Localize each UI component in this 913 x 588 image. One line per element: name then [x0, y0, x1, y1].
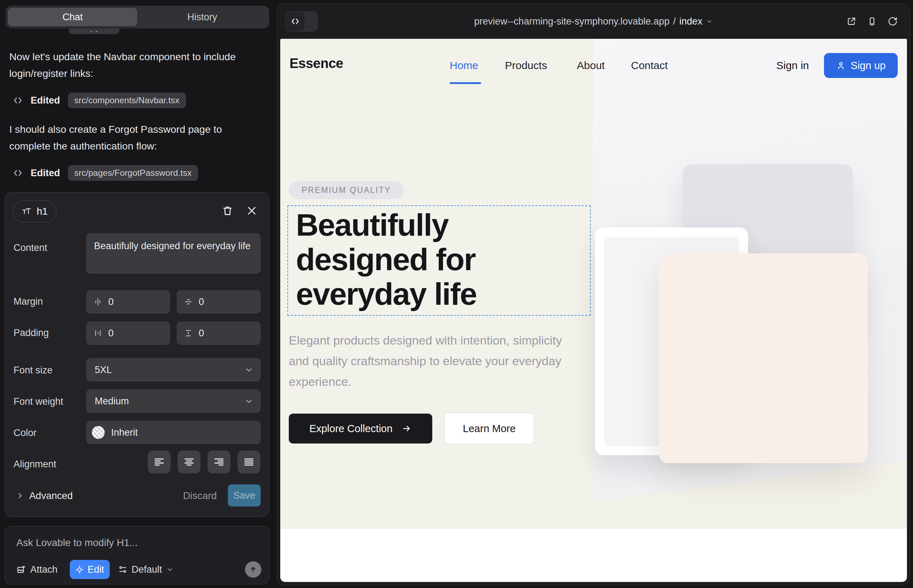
edit-mode-button[interactable]: Edit [70, 560, 110, 579]
attach-button[interactable]: Attach [16, 564, 58, 575]
edited-file-chip[interactable]: src/components/Navbar.tsx [68, 92, 186, 108]
discard-button[interactable]: Discard [183, 490, 217, 501]
save-button[interactable]: Save [228, 485, 261, 507]
content-label: Content [13, 242, 47, 254]
font-weight-value: Medium [95, 396, 129, 407]
font-size-label: Font size [13, 365, 53, 376]
send-button[interactable] [245, 561, 261, 578]
chat-message: I should also create a Forgot Password p… [9, 121, 255, 155]
sign-in-link[interactable]: Sign in [776, 60, 809, 71]
element-tag-chip[interactable]: h1 [13, 200, 57, 223]
content-input[interactable]: Beautifully designed for everyday life [86, 233, 261, 274]
margin-x-input[interactable]: 0 [86, 290, 170, 313]
url-path[interactable]: index [680, 16, 703, 27]
font-weight-label: Font weight [13, 396, 63, 407]
margin-label: Margin [13, 296, 43, 307]
nav-item-about[interactable]: About [577, 60, 605, 71]
site-logo[interactable]: Essence [290, 56, 343, 71]
site-header: Essence Home Products About Contact Sign… [280, 39, 907, 92]
send-icon [249, 565, 257, 574]
color-select[interactable]: Inherit [86, 421, 261, 444]
advanced-toggle[interactable]: Advanced [16, 490, 73, 501]
preview-actions [847, 4, 898, 39]
learn-more-button[interactable]: Learn More [444, 412, 534, 444]
mobile-view-button[interactable] [867, 16, 877, 26]
align-right-button[interactable] [207, 451, 230, 473]
padding-y-input[interactable]: 0 [176, 321, 261, 345]
explore-collection-button[interactable]: Explore Collection [289, 414, 432, 444]
chat-message: Now let's update the Navbar component to… [9, 48, 255, 82]
chevron-down-icon [244, 396, 254, 406]
padding-x-input[interactable]: 0 [86, 321, 170, 345]
edit-label: Edit [87, 564, 104, 575]
padding-vertical-icon [184, 328, 193, 338]
element-editor-panel: h1 Content Beautifully designed for ever… [5, 192, 270, 517]
sign-up-button[interactable]: Sign up [824, 53, 898, 78]
target-icon [75, 565, 84, 574]
preview-frame: preview--charming-site-symphony.lovable.… [277, 3, 910, 585]
decor-card-cream [659, 254, 868, 463]
scrolled-chip [69, 29, 119, 34]
padding-y-value: 0 [199, 328, 204, 339]
preview-topbar: preview--charming-site-symphony.lovable.… [277, 4, 910, 39]
edited-file-row: Edited src/components/Navbar.tsx [13, 92, 186, 109]
margin-vertical-icon [184, 297, 193, 307]
align-justify-button[interactable] [238, 451, 260, 473]
attach-icon [16, 565, 26, 575]
hero-heading[interactable]: Beautifully designed for everyday life [296, 207, 581, 311]
tab-chat[interactable]: Chat [8, 8, 138, 26]
composer-toolbar: Attach Edit Default [16, 560, 261, 579]
lovable-app: Chat History Now let's update the Navbar… [0, 0, 913, 588]
edited-label: Edited [31, 168, 60, 179]
type-icon [22, 207, 32, 216]
prompt-composer: Ask Lovable to modify H1... Attach Edit [5, 526, 270, 585]
refresh-button[interactable] [888, 16, 898, 26]
open-external-button[interactable] [847, 16, 856, 26]
preview-url-bar[interactable]: preview--charming-site-symphony.lovable.… [277, 4, 910, 39]
chevron-down-icon [706, 18, 713, 25]
font-size-select[interactable]: 5XL [86, 358, 261, 381]
padding-horizontal-icon [93, 328, 102, 338]
padding-label: Padding [13, 328, 49, 339]
chevron-down-icon [166, 566, 173, 573]
margin-horizontal-icon [93, 297, 102, 307]
align-center-button[interactable] [178, 451, 201, 473]
close-panel-button[interactable] [246, 205, 258, 217]
advanced-label: Advanced [29, 490, 73, 501]
alignment-label: Alignment [13, 459, 56, 470]
font-weight-select[interactable]: Medium [86, 389, 261, 413]
edited-label: Edited [31, 95, 60, 106]
code-icon [13, 168, 23, 178]
tab-history[interactable]: History [138, 8, 267, 26]
arrow-right-icon [401, 423, 412, 433]
delete-element-button[interactable] [222, 205, 233, 217]
sidebar-tabbar: Chat History [6, 6, 269, 29]
padding-x-value: 0 [108, 328, 113, 339]
nav-item-home[interactable]: Home [450, 60, 478, 71]
nav-item-contact[interactable]: Contact [631, 60, 668, 71]
margin-y-input[interactable]: 0 [176, 290, 261, 313]
align-left-button[interactable] [148, 451, 170, 473]
site-preview: Essence Home Products About Contact Sign… [280, 39, 907, 582]
sign-up-label: Sign up [851, 60, 885, 71]
element-tag-label: h1 [37, 206, 48, 217]
chat-sidebar: Chat History Now let's update the Navbar… [0, 0, 277, 588]
active-nav-underline [450, 82, 481, 84]
nav-item-products[interactable]: Products [505, 60, 547, 71]
default-label: Default [132, 564, 162, 575]
hero-paragraph: Elegant products designed with intention… [289, 330, 574, 392]
edited-file-row: Edited src/pages/ForgotPassword.tsx [13, 165, 198, 181]
chevron-right-icon [16, 491, 24, 500]
user-icon [836, 61, 846, 71]
color-swatch [92, 426, 105, 439]
default-model-button[interactable]: Default [118, 564, 174, 575]
font-size-value: 5XL [95, 365, 112, 375]
sliders-icon [118, 565, 128, 574]
edited-file-chip[interactable]: src/pages/ForgotPassword.tsx [68, 165, 198, 181]
prompt-input[interactable]: Ask Lovable to modify H1... [16, 537, 138, 549]
chevron-down-icon [244, 365, 254, 375]
explore-collection-label: Explore Collection [309, 423, 393, 435]
color-label: Color [13, 428, 37, 438]
selected-element-outline[interactable]: Beautifully designed for everyday life [287, 205, 591, 316]
color-value: Inherit [111, 427, 138, 438]
